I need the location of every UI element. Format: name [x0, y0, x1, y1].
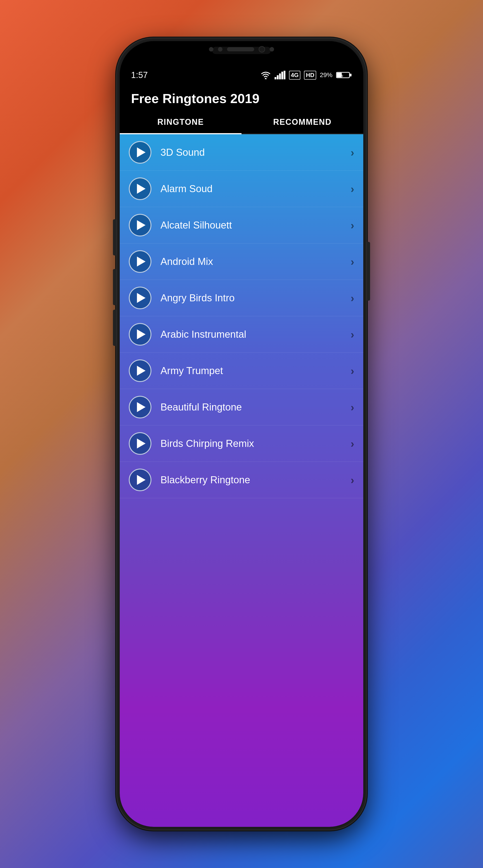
ringtone-name-8: Birds Chirping Remix	[161, 438, 350, 449]
ringtone-name-7: Beautiful Ringtone	[161, 401, 350, 413]
ringtone-name-2: Alcatel Silhouett	[161, 219, 350, 231]
app-content: Free Ringtones 2019 RINGTONE RECOMMEND 3…	[120, 84, 363, 827]
play-icon-5	[137, 329, 145, 339]
camera	[259, 46, 265, 53]
battery-percent: 29%	[320, 71, 333, 79]
list-item[interactable]: Alcatel Silhouett ›	[120, 207, 363, 243]
chevron-4: ›	[350, 292, 354, 304]
ringtone-name-5: Arabic Instrumental	[161, 329, 350, 340]
play-icon-8	[137, 438, 145, 448]
svg-rect-7	[350, 74, 351, 76]
chevron-1: ›	[350, 183, 354, 195]
list-item[interactable]: Beautiful Ringtone ›	[120, 389, 363, 426]
ringtone-name-6: Army Trumpet	[161, 365, 350, 376]
play-icon-2	[137, 220, 145, 230]
svg-rect-2	[279, 73, 281, 79]
play-icon-7	[137, 402, 145, 412]
list-item[interactable]: Birds Chirping Remix ›	[120, 426, 363, 462]
app-header: Free Ringtones 2019	[120, 84, 363, 111]
list-item[interactable]: Blackberry Ringtone ›	[120, 462, 363, 498]
status-bar: 1:57	[120, 66, 363, 84]
chevron-2: ›	[350, 219, 354, 231]
network-badge: 4G	[289, 71, 301, 80]
list-item[interactable]: Army Trumpet ›	[120, 352, 363, 389]
svg-rect-4	[284, 71, 285, 79]
chevron-6: ›	[350, 365, 354, 377]
hd-badge: HD	[304, 71, 316, 80]
play-icon-1	[137, 184, 145, 194]
tab-bar: RINGTONE RECOMMEND	[120, 111, 363, 134]
play-button-8[interactable]	[129, 432, 151, 455]
play-button-0[interactable]	[129, 141, 151, 164]
chevron-0: ›	[350, 146, 354, 159]
ringtone-name-9: Blackberry Ringtone	[161, 474, 350, 486]
phone-frame: 1:57	[117, 38, 366, 830]
status-icons: 4G HD 29%	[261, 71, 352, 80]
play-button-1[interactable]	[129, 178, 151, 200]
play-icon-3	[137, 256, 145, 267]
chevron-8: ›	[350, 437, 354, 450]
play-button-7[interactable]	[129, 396, 151, 418]
dot-left2	[218, 47, 223, 52]
signal-icon	[275, 71, 285, 79]
speaker	[227, 47, 254, 51]
wifi-icon	[261, 71, 271, 79]
play-button-4[interactable]	[129, 287, 151, 309]
status-time: 1:57	[131, 70, 148, 80]
play-icon-6	[137, 366, 145, 376]
ringtone-name-0: 3D Sound	[161, 147, 350, 158]
svg-rect-6	[337, 73, 342, 77]
svg-rect-1	[277, 75, 279, 79]
dot-right	[269, 47, 274, 52]
ringtone-name-4: Angry Birds Intro	[161, 292, 350, 304]
list-item[interactable]: Arabic Instrumental ›	[120, 316, 363, 352]
ringtone-name-1: Alarm Soud	[161, 183, 350, 194]
list-item[interactable]: Angry Birds Intro ›	[120, 280, 363, 316]
dot-left	[209, 47, 214, 52]
chevron-5: ›	[350, 328, 354, 341]
list-item[interactable]: 3D Sound ›	[120, 134, 363, 170]
tab-recommend[interactable]: RECOMMEND	[242, 111, 363, 133]
play-icon-0	[137, 147, 145, 157]
phone-top-bar	[120, 41, 363, 66]
tab-ringtone[interactable]: RINGTONE	[120, 111, 242, 133]
battery-icon	[336, 71, 352, 79]
play-icon-9	[137, 475, 145, 485]
svg-rect-0	[275, 77, 276, 79]
chevron-9: ›	[350, 474, 354, 486]
list-item[interactable]: Alarm Soud ›	[120, 170, 363, 207]
play-button-3[interactable]	[129, 250, 151, 273]
play-button-6[interactable]	[129, 360, 151, 382]
chevron-7: ›	[350, 401, 354, 413]
svg-rect-3	[281, 72, 283, 79]
ringtone-name-3: Android Mix	[161, 256, 350, 267]
chevron-3: ›	[350, 255, 354, 268]
play-button-5[interactable]	[129, 323, 151, 346]
play-button-2[interactable]	[129, 214, 151, 237]
ringtone-list: 3D Sound › Alarm Soud ›	[120, 134, 363, 827]
list-item[interactable]: Android Mix ›	[120, 243, 363, 280]
play-button-9[interactable]	[129, 469, 151, 491]
app-title: Free Ringtones 2019	[131, 91, 352, 106]
play-icon-4	[137, 293, 145, 303]
